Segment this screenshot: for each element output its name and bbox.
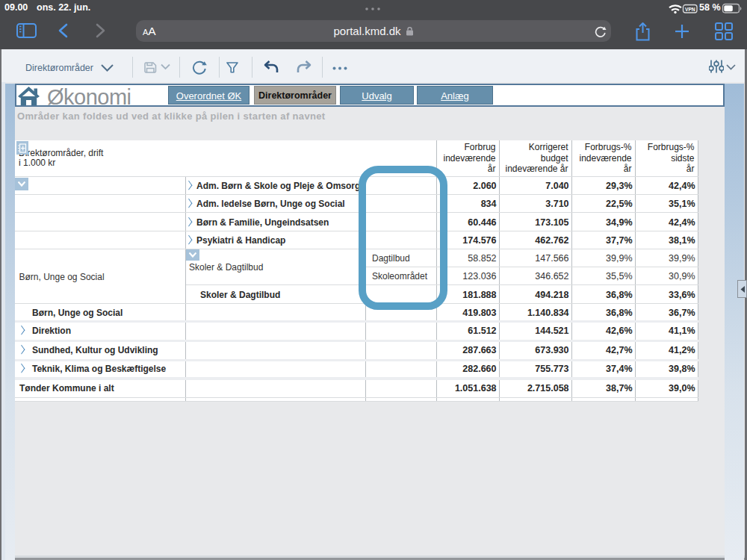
svg-text:VPN: VPN	[685, 7, 695, 12]
